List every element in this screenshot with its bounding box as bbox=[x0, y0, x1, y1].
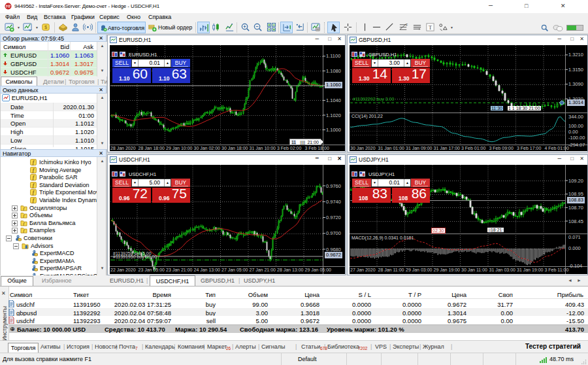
svg-text:F: F bbox=[406, 24, 408, 27]
svg-text:T: T bbox=[429, 24, 432, 31]
